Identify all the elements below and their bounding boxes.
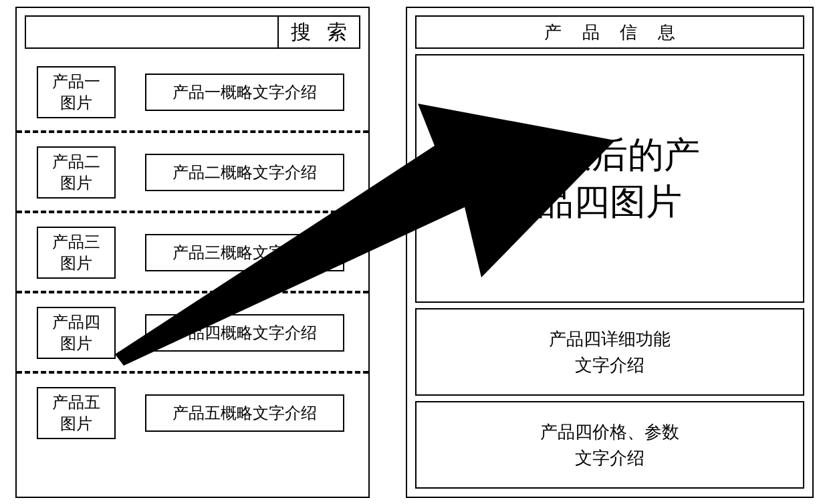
detail-function-block: 产品四详细功能文字介绍 (415, 308, 804, 396)
product-detail-panel: 产 品 信 息 放大后的产品四图片 产品四详细功能文字介绍 产品四价格、参数文字… (406, 7, 814, 498)
list-item[interactable]: 产品五图片 产品五概略文字介绍 (17, 374, 368, 451)
product-thumb: 产品一图片 (37, 66, 116, 118)
product-summary: 产品五概略文字介绍 (145, 394, 344, 432)
list-item[interactable]: 产品一图片 产品一概略文字介绍 (17, 53, 368, 133)
product-thumb: 产品四图片 (37, 307, 116, 359)
product-thumb: 产品三图片 (37, 227, 116, 279)
search-input[interactable] (26, 17, 276, 47)
product-summary: 产品一概略文字介绍 (145, 74, 344, 111)
product-list: 产品一图片 产品一概略文字介绍 产品二图片 产品二概略文字介绍 产品三图片 产品… (17, 53, 368, 451)
list-item[interactable]: 产品三图片 产品三概略文字介绍 (17, 213, 368, 293)
product-summary: 产品三概略文字介绍 (145, 234, 344, 271)
search-bar: 搜 索 (25, 15, 360, 49)
enlarged-product-image: 放大后的产品四图片 (415, 54, 804, 303)
list-item[interactable]: 产品二图片 产品二概略文字介绍 (17, 133, 368, 213)
detail-header: 产 品 信 息 (415, 15, 804, 49)
product-summary: 产品四概略文字介绍 (145, 314, 344, 352)
product-list-panel: 搜 索 产品一图片 产品一概略文字介绍 产品二图片 产品二概略文字介绍 产品三图… (15, 7, 370, 498)
detail-price-block: 产品四价格、参数文字介绍 (415, 401, 804, 489)
product-summary: 产品二概略文字介绍 (145, 154, 344, 191)
search-button[interactable]: 搜 索 (277, 15, 360, 49)
list-item[interactable]: 产品四图片 产品四概略文字介绍 (17, 293, 368, 374)
product-thumb: 产品五图片 (37, 387, 116, 439)
product-thumb: 产品二图片 (37, 146, 116, 199)
